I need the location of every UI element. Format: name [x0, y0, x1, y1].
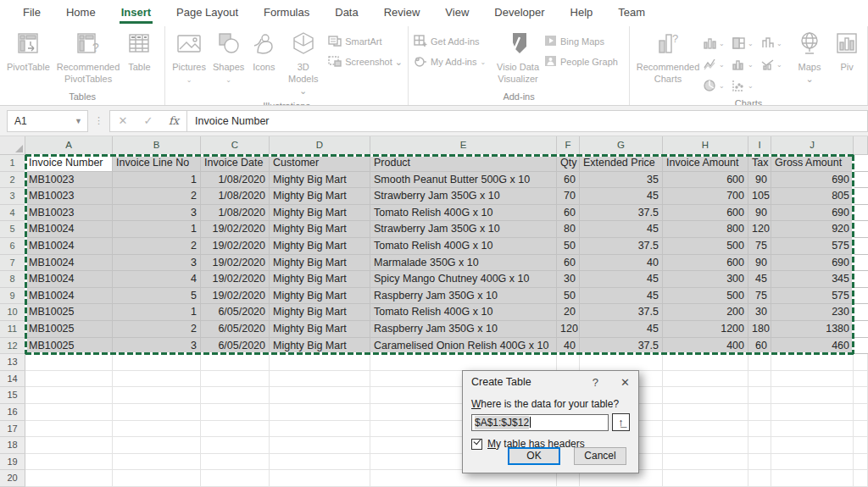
- cell-C2[interactable]: 1/08/2020: [201, 172, 270, 189]
- column-header-B[interactable]: B: [113, 136, 201, 155]
- cell-D5[interactable]: Mighty Big Mart: [270, 221, 370, 238]
- cell-F4[interactable]: 60: [557, 205, 580, 222]
- row-header-14[interactable]: 14: [0, 371, 25, 388]
- cell-F5[interactable]: 80: [557, 221, 580, 238]
- cell-H14[interactable]: [663, 371, 748, 388]
- cell-H5[interactable]: 800: [663, 221, 748, 238]
- cell-C15[interactable]: [201, 387, 270, 404]
- row-header-10[interactable]: 10: [0, 304, 25, 321]
- ok-button[interactable]: OK: [508, 447, 560, 465]
- name-box-dropdown-icon[interactable]: ▼: [75, 117, 87, 125]
- cell-A3[interactable]: MB10023: [25, 188, 113, 205]
- cell-E13[interactable]: [370, 354, 557, 371]
- cell-I2[interactable]: 90: [748, 172, 771, 189]
- line-chart-button[interactable]: ⌄: [703, 54, 732, 75]
- cell-J19[interactable]: [771, 454, 854, 471]
- cell-F1[interactable]: Qty: [557, 155, 580, 172]
- cell-A16[interactable]: [25, 404, 113, 421]
- cell-C19[interactable]: [201, 454, 270, 471]
- column-header-G[interactable]: G: [580, 136, 663, 155]
- cell-E2[interactable]: Smooth Peanut Butter 500G x 10: [370, 172, 557, 189]
- bing-maps-button[interactable]: Bing Maps: [544, 35, 618, 48]
- cell-I12[interactable]: 60: [748, 338, 771, 355]
- cell-D12[interactable]: Mighty Big Mart: [270, 338, 370, 355]
- cell-D2[interactable]: Mighty Big Mart: [270, 172, 370, 189]
- cell-D17[interactable]: [270, 421, 370, 438]
- pie-chart-button[interactable]: ⌄: [703, 75, 732, 97]
- cell-B18[interactable]: [113, 437, 201, 454]
- cell-J11[interactable]: 1380: [771, 321, 854, 338]
- row-header-8[interactable]: 8: [0, 271, 25, 288]
- cell-I5[interactable]: 120: [748, 221, 771, 238]
- cell-D15[interactable]: [270, 387, 370, 404]
- cell-G10[interactable]: 37.5: [580, 304, 663, 321]
- tab-view[interactable]: View: [443, 2, 470, 24]
- icons-button[interactable]: Icons: [248, 28, 280, 76]
- collapse-dialog-icon[interactable]: ↑̲: [612, 413, 630, 431]
- cell-A6[interactable]: MB10024: [25, 238, 113, 255]
- row-header-20[interactable]: 20: [0, 470, 25, 487]
- row-header-17[interactable]: 17: [0, 421, 25, 438]
- cell-H1[interactable]: Invoice Amount: [663, 155, 748, 172]
- cell-E1[interactable]: Product: [370, 155, 557, 172]
- cell-G3[interactable]: 45: [580, 188, 663, 205]
- row-header-9[interactable]: 9: [0, 288, 25, 305]
- cell-B19[interactable]: [113, 454, 201, 471]
- cell-J14[interactable]: [771, 371, 854, 388]
- cell-D19[interactable]: [270, 454, 370, 471]
- cell-F12[interactable]: 40: [557, 338, 580, 355]
- enter-entry-icon[interactable]: ✓: [136, 114, 161, 127]
- column-header-I[interactable]: I: [748, 136, 771, 155]
- cell-A8[interactable]: MB10024: [25, 271, 113, 288]
- cell-B8[interactable]: 4: [113, 271, 201, 288]
- cell-C11[interactable]: 6/05/2020: [201, 321, 270, 338]
- cell-J15[interactable]: [771, 387, 854, 404]
- row-header-18[interactable]: 18: [0, 437, 25, 454]
- screenshot-button[interactable]: Screenshot ⌄: [328, 55, 403, 69]
- cell-H4[interactable]: 600: [663, 205, 748, 222]
- cell-J17[interactable]: [771, 421, 854, 438]
- cell-G13[interactable]: [580, 354, 663, 371]
- smartart-button[interactable]: SmartArt: [328, 35, 403, 48]
- row-header-12[interactable]: 12: [0, 338, 25, 355]
- dialog-close-icon[interactable]: ✕: [620, 376, 630, 389]
- cell-F6[interactable]: 50: [557, 238, 580, 255]
- row-header-1[interactable]: 1: [0, 155, 25, 172]
- cell-B9[interactable]: 5: [113, 288, 201, 305]
- cell-E11[interactable]: Raspberry Jam 350G x 10: [370, 321, 557, 338]
- cell-A2[interactable]: MB10023: [25, 172, 113, 189]
- cell-B16[interactable]: [113, 404, 201, 421]
- row-header-2[interactable]: 2: [0, 172, 25, 189]
- cell-D16[interactable]: [270, 404, 370, 421]
- cell-C16[interactable]: [201, 404, 270, 421]
- cell-A11[interactable]: MB10025: [25, 321, 113, 338]
- table-button[interactable]: Table: [123, 28, 155, 76]
- cell-A18[interactable]: [25, 437, 113, 454]
- column-chart-button[interactable]: ⌄: [703, 33, 732, 54]
- tab-developer[interactable]: Developer: [492, 2, 546, 24]
- tab-home[interactable]: Home: [64, 2, 97, 24]
- tab-data[interactable]: Data: [333, 2, 359, 24]
- cell-F11[interactable]: 120: [557, 321, 580, 338]
- cell-C12[interactable]: 6/05/2020: [201, 338, 270, 355]
- cell-B4[interactable]: 3: [113, 205, 201, 222]
- cell-I10[interactable]: 30: [748, 304, 771, 321]
- tab-insert[interactable]: Insert: [120, 2, 153, 24]
- cell-I9[interactable]: 75: [748, 288, 771, 305]
- cancel-entry-icon[interactable]: ✕: [110, 114, 136, 127]
- combo-chart-button[interactable]: ⌄: [760, 54, 789, 75]
- 3d-models-button[interactable]: 3D Models ⌄: [280, 28, 326, 99]
- cell-I4[interactable]: 90: [748, 205, 771, 222]
- cell-C7[interactable]: 19/02/2020: [201, 255, 270, 272]
- cell-F10[interactable]: 20: [557, 304, 580, 321]
- cell-A13[interactable]: [25, 354, 113, 371]
- pictures-button[interactable]: Pictures⌄: [169, 28, 209, 88]
- cell-I1[interactable]: Tax: [748, 155, 771, 172]
- formula-bar-grip[interactable]: ⋮: [88, 115, 109, 126]
- cell-J1[interactable]: Gross Amount: [771, 155, 854, 172]
- cell-C9[interactable]: 19/02/2020: [201, 288, 270, 305]
- cell-I17[interactable]: [748, 421, 771, 438]
- column-header-C[interactable]: C: [201, 136, 270, 155]
- cell-H20[interactable]: [663, 470, 748, 487]
- cell-I19[interactable]: [748, 454, 771, 471]
